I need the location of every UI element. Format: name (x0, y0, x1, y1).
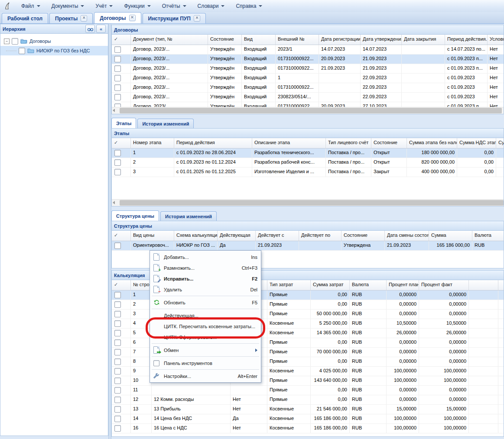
row-checkbox[interactable] (114, 387, 121, 394)
column-header[interactable]: Период действия (174, 138, 252, 148)
column-header[interactable]: Процент план (387, 280, 419, 290)
column-header[interactable]: Вид (242, 35, 276, 45)
subtab-Структура цены[interactable]: Структура цены (111, 210, 159, 221)
row-checkbox[interactable] (114, 416, 121, 422)
column-header[interactable]: Сумма затрат (311, 280, 350, 290)
subtab-Этапы[interactable]: Этапы (111, 118, 136, 128)
scrollbar-thumb[interactable] (120, 200, 504, 206)
column-header[interactable]: Схема калькуляци (174, 231, 218, 241)
column-header[interactable]: Валюта (350, 280, 387, 290)
tab-Договоры[interactable]: Договоры✕ (94, 12, 141, 23)
context-menu-item[interactable]: ОбновитьF5 (150, 297, 261, 308)
row-checkbox[interactable] (114, 169, 121, 175)
row-checkbox[interactable] (114, 75, 121, 81)
context-menu-item[interactable]: Исправить...F2 (150, 273, 261, 284)
tab-Проекты[interactable]: Проекты✕ (49, 13, 93, 23)
context-menu-item[interactable]: −УдалитьDel (150, 284, 261, 295)
column-header[interactable]: ✓ (112, 35, 131, 45)
column-header[interactable]: Сумма НДС этапа (457, 138, 496, 148)
column-header[interactable]: Документ (тип, № (131, 35, 208, 45)
column-header[interactable]: Сум (496, 138, 504, 148)
context-menu-item[interactable]: Действующая... (150, 310, 261, 321)
row-checkbox[interactable] (114, 378, 121, 384)
row-checkbox[interactable] (114, 84, 121, 91)
context-menu-item[interactable]: ЦИТК. Сформировать... (150, 332, 261, 342)
column-header[interactable]: Условный догов (488, 35, 504, 45)
tab-close-icon[interactable]: ✕ (194, 15, 200, 22)
row-checkbox[interactable] (114, 397, 121, 403)
menubar-item[interactable]: Файл (16, 1, 46, 11)
table-row[interactable]: 1с 01.09.2023 по 28.06.2024Разработка те… (112, 148, 504, 158)
table-row[interactable]: Ориентировоч...НИОКР по ГОЗ ...Да21.09.2… (112, 241, 504, 251)
scroll-left-icon[interactable] (113, 201, 115, 204)
table-row[interactable]: 1616 Цена с НДСНетКосвенные165 186 000,0… (112, 424, 504, 433)
table-row[interactable]: 1212 Комм. расходыНетПрямые0,00RUB0,0000… (112, 395, 504, 405)
context-menu-item[interactable]: Настройки...Alt+Enter (150, 371, 261, 381)
row-checkbox[interactable] (114, 358, 121, 365)
table-row[interactable]: Договор, 2023/...УтверждёнВходящий017310… (112, 64, 504, 74)
column-header[interactable]: Действует с (256, 231, 299, 241)
menubar-item[interactable]: Функции (118, 1, 156, 11)
tree-node-root[interactable]: Договоры (0, 36, 108, 46)
column-header[interactable]: Номер этапа (131, 138, 174, 148)
table-row[interactable]: Договор, 2023/...УтверждёнВходящий017310… (112, 55, 504, 64)
context-menu-item[interactable]: Панель инструментов (150, 358, 261, 368)
column-header[interactable]: Состояние (341, 231, 385, 241)
row-checkbox[interactable] (114, 65, 121, 72)
panel-splitter[interactable] (108, 24, 111, 439)
column-header[interactable]: Дата смены состоя (385, 231, 429, 241)
tree-node-checkbox[interactable] (12, 38, 18, 45)
column-header[interactable]: Внешний № (276, 35, 319, 45)
menubar-item[interactable]: Словари (192, 1, 231, 11)
context-menu-item[interactable]: Добавить...Ins (150, 252, 261, 262)
table-row[interactable]: Договор, 2023/...УтверждёнВходящий122.09… (112, 74, 504, 83)
column-header[interactable]: Период действия.. (445, 35, 488, 45)
row-checkbox[interactable] (114, 94, 121, 100)
subtab-История изменений[interactable]: История изменений (137, 119, 194, 128)
table-row[interactable]: 3с 01.01.2025 по 01.12.2025Изготовление … (112, 168, 504, 177)
tab-Рабочий стол[interactable]: Рабочий стол (2, 13, 48, 23)
menubar-item[interactable]: Документы (46, 1, 90, 11)
table-row[interactable]: Договор, 2023/...УтверждёнВходящий2023/1… (112, 45, 504, 55)
row-checkbox[interactable] (114, 368, 121, 374)
context-menu-item[interactable]: +Размножить...Ctrl+F3 (150, 262, 261, 273)
menubar-item[interactable]: Учёт (90, 1, 118, 11)
column-header[interactable]: ✓ (112, 138, 131, 148)
tree-node-child[interactable]: НИОКР по ГОЗ без НДС (0, 46, 108, 55)
context-menu-item[interactable]: Обмен (150, 345, 261, 355)
table-row[interactable]: Договор, 2023/...УтверждёнВходящий230823… (112, 93, 504, 102)
row-checkbox[interactable] (114, 292, 121, 298)
column-header[interactable]: Тип лицевого счёт (326, 138, 371, 148)
horizontal-scrollbar[interactable] (112, 199, 504, 206)
row-checkbox[interactable] (114, 320, 121, 327)
row-checkbox[interactable] (114, 425, 121, 432)
column-header[interactable]: Дата регистрации. (319, 35, 361, 45)
row-checkbox[interactable] (114, 339, 121, 346)
table-row[interactable]: 1414 Цена без НДСДаКосвенные165 186 000,… (112, 414, 504, 424)
column-header[interactable]: Процент факт (419, 280, 469, 290)
row-checkbox[interactable] (114, 311, 121, 317)
scroll-left-icon[interactable] (113, 109, 115, 112)
horizontal-scrollbar[interactable] (112, 107, 504, 114)
column-header[interactable]: Дата закрытия (402, 35, 445, 45)
row-checkbox[interactable] (114, 56, 121, 62)
table-row[interactable]: 11Прямые0,00RUB0,000000,00000 (112, 386, 504, 395)
column-header[interactable]: Действующая (218, 231, 256, 241)
column-header[interactable]: Описание этапа (252, 138, 326, 148)
row-checkbox[interactable] (114, 330, 121, 336)
binoculars-icon[interactable] (85, 25, 95, 33)
scrollbar-thumb[interactable] (120, 108, 502, 113)
column-header[interactable]: Тип затрат (267, 280, 311, 290)
row-checkbox[interactable] (114, 242, 121, 249)
column-header[interactable] (469, 280, 498, 290)
column-header[interactable]: Действует по (299, 231, 341, 241)
row-checkbox[interactable] (114, 406, 121, 413)
menubar-item[interactable]: Отчёты (156, 1, 192, 11)
row-checkbox[interactable] (114, 301, 121, 308)
collapse-panel-button[interactable]: « (96, 25, 106, 33)
table-row[interactable]: 2с 01.09.2023 по 01.12.2024Разработка ра… (112, 158, 504, 168)
tree-node-checkbox[interactable] (19, 48, 25, 54)
column-header[interactable]: Сумма (429, 231, 472, 241)
tab-close-icon[interactable]: ✕ (129, 15, 136, 21)
table-row[interactable]: 1313 ПрибыльНетКосвенные21 546 000,00RUB… (112, 405, 504, 414)
